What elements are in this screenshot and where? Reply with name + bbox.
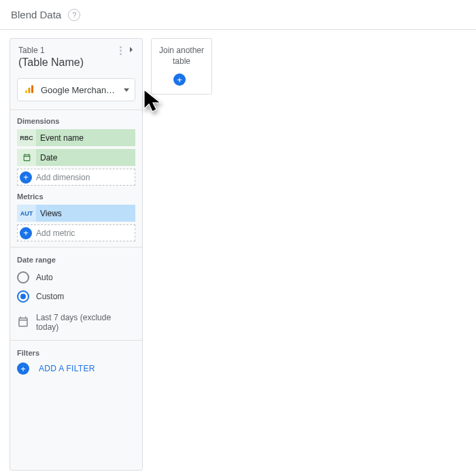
blend-canvas: Table 1 (Table Name) Google Merchan… Dim… <box>0 30 476 476</box>
dimension-type-badge: RBC <box>17 129 36 146</box>
radio-icon <box>17 290 29 303</box>
dimension-chip[interactable]: RBC Event name <box>17 129 135 146</box>
add-dimension-label: Add dimension <box>36 173 90 182</box>
table-name-title: (Table Name) <box>18 56 134 69</box>
table-card: Table 1 (Table Name) Google Merchan… Dim… <box>10 38 143 471</box>
data-source-select[interactable]: Google Merchan… <box>17 78 135 101</box>
date-range-heading: Date range <box>17 256 135 264</box>
card-header: Table 1 (Table Name) <box>10 39 142 74</box>
card-empty-area <box>10 388 142 470</box>
date-range-auto-radio[interactable]: Auto <box>17 268 135 287</box>
svg-rect-1 <box>29 87 31 92</box>
filters-heading: Filters <box>17 349 135 357</box>
caret-down-icon <box>124 88 129 92</box>
radio-label: Auto <box>36 273 53 282</box>
add-metric-button[interactable]: + Add metric <box>17 224 135 241</box>
add-dimension-button[interactable]: + Add dimension <box>17 169 135 186</box>
plus-icon: + <box>173 73 186 86</box>
join-another-table-button[interactable]: Join another table + <box>151 38 212 95</box>
dimension-chip[interactable]: Date <box>17 149 135 166</box>
more-icon[interactable] <box>120 46 122 55</box>
panel-header: Blend Data ? <box>0 0 476 30</box>
svg-rect-2 <box>31 85 33 93</box>
help-icon[interactable]: ? <box>68 9 80 21</box>
radio-label: Custom <box>36 292 64 301</box>
metrics-heading: Metrics <box>17 192 135 201</box>
metric-chip[interactable]: AUT Views <box>17 205 135 222</box>
join-label: Join another table <box>156 46 207 67</box>
metric-type-badge: AUT <box>17 205 36 222</box>
plus-icon: + <box>20 227 32 239</box>
dimensions-heading: Dimensions <box>17 117 135 125</box>
dimension-name: Event name <box>36 133 135 143</box>
dimensions-section: Dimensions RBC Event name Date + Add dim… <box>10 110 142 247</box>
add-metric-label: Add metric <box>36 228 75 238</box>
date-range-value: Last 7 days (exclude today) <box>36 313 135 332</box>
date-range-section: Date range Auto Custom Last 7 days (excl… <box>10 248 142 340</box>
chevron-right-icon[interactable] <box>126 44 137 57</box>
calendar-icon <box>17 316 29 330</box>
date-range-custom-radio[interactable]: Custom <box>17 287 135 306</box>
plus-icon: + <box>20 171 32 184</box>
add-filter-label: ADD A FILTER <box>39 364 95 373</box>
metric-name: Views <box>36 209 135 218</box>
svg-rect-0 <box>25 90 27 93</box>
data-source-label: Google Merchan… <box>41 85 118 95</box>
calendar-icon <box>17 149 36 166</box>
date-range-display[interactable]: Last 7 days (exclude today) <box>17 313 135 332</box>
panel-title: Blend Data <box>11 9 61 20</box>
radio-icon <box>17 271 29 284</box>
add-filter-button[interactable]: + ADD A FILTER <box>17 362 135 375</box>
analytics-icon <box>23 83 35 97</box>
table-index-title: Table 1 <box>18 46 134 55</box>
dimension-name: Date <box>36 153 135 163</box>
plus-icon: + <box>17 362 29 375</box>
filters-section: Filters + ADD A FILTER <box>10 341 142 388</box>
